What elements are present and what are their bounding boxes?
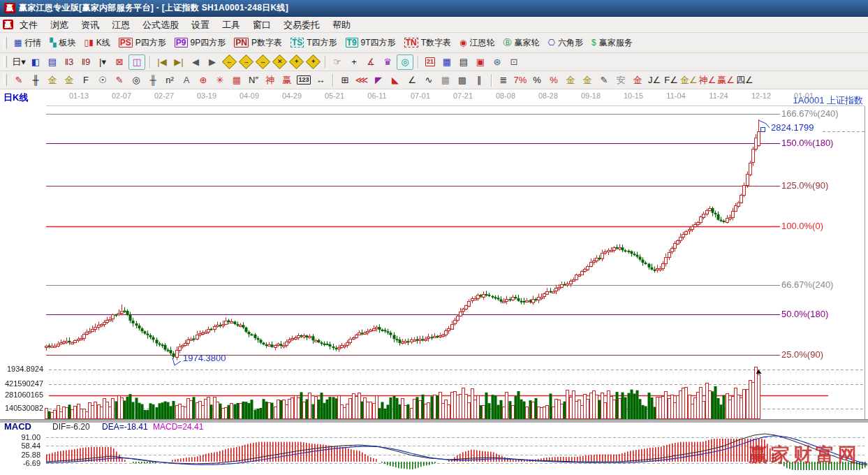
export-web-icon[interactable]: ⊛: [490, 55, 505, 69]
step-forward-icon[interactable]: ▶: [205, 55, 220, 69]
step-back-icon[interactable]: ◀: [188, 55, 203, 69]
toolbar-grip[interactable]: [3, 56, 7, 68]
dial-circle-icon[interactable]: ◎: [128, 73, 144, 87]
price-levels-icon[interactable]: ≣: [496, 73, 511, 87]
zoom-left-icon[interactable]: ←: [221, 55, 237, 69]
go-first-icon[interactable]: |◀: [154, 55, 170, 69]
grid-shift-icon[interactable]: ▩: [455, 73, 470, 87]
kline-button[interactable]: ▯▮K线: [81, 36, 115, 50]
spiral-icon[interactable]: ☉: [95, 73, 110, 87]
shen-angle-icon[interactable]: 神∠: [699, 73, 716, 87]
winner-service-icon: $: [591, 38, 596, 47]
width-measure-icon[interactable]: ↔: [313, 73, 328, 87]
percent-icon[interactable]: %: [529, 73, 545, 87]
toolbar-grip[interactable]: [3, 74, 7, 86]
bars-3-icon[interactable]: ‖3: [61, 55, 77, 69]
fan-box-1-icon[interactable]: ◤: [371, 73, 386, 87]
menu-item-4[interactable]: 江恩: [105, 18, 136, 31]
9t-square-button[interactable]: T99T四方形: [342, 36, 401, 50]
target-icon[interactable]: ⊕: [196, 73, 211, 87]
menu-item-1[interactable]: 文件: [13, 18, 44, 31]
n-squared-icon[interactable]: n²: [162, 73, 177, 87]
calculator-icon[interactable]: ▦: [439, 55, 455, 69]
gann-wheel-button[interactable]: ◉江恩轮: [456, 36, 499, 50]
zoom-horizontal-icon[interactable]: ↔: [255, 55, 270, 69]
toolbar-grip[interactable]: [3, 37, 7, 49]
menu-item-3[interactable]: 资讯: [75, 18, 105, 31]
pen-scale-icon[interactable]: ✎: [112, 73, 127, 87]
f-scale-icon[interactable]: F: [78, 73, 94, 87]
fan-lines-icon[interactable]: ⋘: [354, 73, 369, 87]
winner-service-button[interactable]: $赢家服务: [588, 36, 638, 50]
web-grid-icon[interactable]: ▦: [229, 73, 244, 87]
ink-pen-icon[interactable]: ✎: [596, 73, 612, 87]
jin-scale-1-icon[interactable]: 金: [45, 73, 60, 87]
shen-scale-icon[interactable]: 神: [263, 73, 278, 87]
quotes-button[interactable]: ▦行情: [10, 36, 46, 50]
si-angle-icon[interactable]: 四∠: [736, 73, 753, 87]
pan-mode-icon[interactable]: +: [305, 55, 321, 69]
grid-fine-icon[interactable]: ▦: [438, 73, 453, 87]
ruler-plain-icon[interactable]: ╫: [145, 73, 161, 87]
save-icon[interactable]: ▣: [473, 55, 488, 69]
ying-angle-icon[interactable]: 赢∠: [717, 73, 735, 87]
period-selector-icon[interactable]: 日▾: [11, 55, 27, 69]
quotes-label: 行情: [24, 37, 41, 49]
p-square-button[interactable]: PSP四方形: [115, 36, 171, 50]
9p-square-button[interactable]: P99P四方形: [171, 36, 230, 50]
wheel-spokes-icon[interactable]: ✳: [212, 73, 228, 87]
hand-drag-icon[interactable]: ☞: [330, 55, 345, 69]
crosshair-icon[interactable]: +: [346, 55, 362, 69]
box-plus-icon[interactable]: ⊞: [337, 73, 353, 87]
zoom-expand-icon[interactable]: +: [288, 55, 304, 69]
menu-item-10[interactable]: 帮助: [326, 18, 357, 31]
percent-line-icon[interactable]: %: [546, 73, 561, 87]
go-last-icon[interactable]: ▶|: [171, 55, 186, 69]
crown-tool-icon[interactable]: ♛: [380, 55, 395, 69]
j-angle-icon[interactable]: J∠: [647, 73, 662, 87]
bars-9-icon[interactable]: ‖9: [78, 55, 94, 69]
candle-style-icon[interactable]: |▾: [95, 55, 110, 69]
histogram-colors-icon[interactable]: ◫: [128, 54, 145, 70]
angle-lines-icon[interactable]: ∠: [404, 73, 420, 87]
jin-lines-icon[interactable]: 金: [580, 73, 595, 87]
menu-item-5[interactable]: 公式选股: [136, 18, 185, 31]
grid-123-icon[interactable]: 123: [296, 73, 311, 87]
hexagon-button[interactable]: ⎔六角形: [544, 36, 587, 50]
pen-tool-icon[interactable]: ✎: [11, 73, 27, 87]
jin-scale-2-icon[interactable]: 金: [61, 73, 77, 87]
jin-angle-icon[interactable]: 金∠: [680, 73, 698, 87]
calendar-21-icon[interactable]: 21: [422, 55, 438, 69]
angle-measure-icon[interactable]: ∡: [363, 55, 378, 69]
menu-item-8[interactable]: 窗口: [247, 18, 277, 31]
jin-circle-icon[interactable]: 金: [563, 73, 578, 87]
menu-item-9[interactable]: 交易委托: [277, 18, 326, 31]
ruler-ticks-icon[interactable]: ╫: [28, 73, 43, 87]
parallel-lines-icon[interactable]: ∥: [471, 73, 487, 87]
menu-item-2[interactable]: 浏览: [44, 18, 75, 31]
jin-red-icon[interactable]: 金: [630, 73, 645, 87]
zoom-right-icon[interactable]: →: [238, 55, 253, 69]
angle-template-icon[interactable]: A: [179, 73, 194, 87]
chart-pattern-icon[interactable]: ◧: [28, 55, 43, 69]
fan-box-2-icon[interactable]: ◣: [388, 73, 403, 87]
brain-analysis-icon[interactable]: ◎: [397, 54, 413, 70]
an-waves-icon[interactable]: 安: [613, 73, 628, 87]
t-number-table-button[interactable]: TNT数字表: [401, 36, 456, 50]
sectors-button[interactable]: ▚板块: [46, 36, 80, 50]
menu-item-6[interactable]: 设置: [185, 18, 216, 31]
notes-icon[interactable]: ▤: [456, 55, 471, 69]
n-quote-icon[interactable]: Ν″: [246, 73, 261, 87]
ying-box-icon[interactable]: 赢: [279, 73, 295, 87]
export-pc-icon[interactable]: ⊡: [506, 55, 522, 69]
info-list-icon[interactable]: ▤: [45, 55, 60, 69]
kline-box-icon[interactable]: ⊠: [112, 55, 127, 69]
zoom-compress-icon[interactable]: ✕: [272, 55, 287, 69]
p-number-table-button[interactable]: PNP数字表: [230, 36, 287, 50]
t-square-button[interactable]: TST四方形: [287, 36, 342, 50]
f-angle-icon[interactable]: F∠: [663, 73, 679, 87]
menu-item-7[interactable]: 工具: [216, 18, 247, 31]
percent-7-icon[interactable]: 7%: [513, 73, 528, 87]
winner-wheel-button[interactable]: Ⓑ赢家轮: [499, 36, 544, 50]
zigzag-icon[interactable]: ∿: [421, 73, 436, 87]
